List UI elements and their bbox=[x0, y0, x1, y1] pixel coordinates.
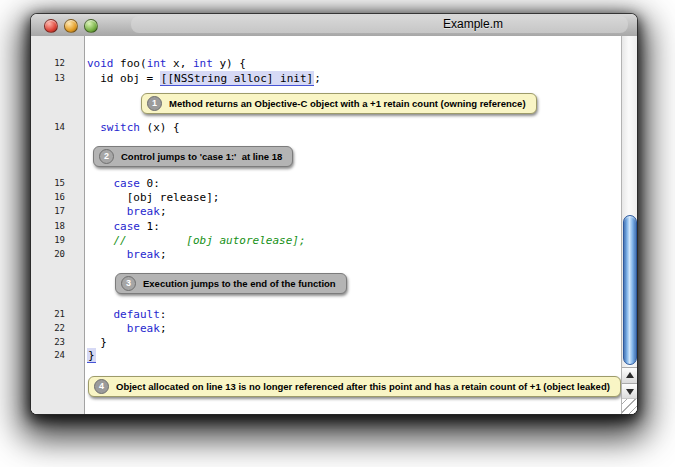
line-number: 18 bbox=[31, 220, 65, 233]
zoom-button[interactable] bbox=[84, 19, 98, 33]
step-badge: 4 bbox=[94, 379, 109, 394]
line-number: 21 bbox=[31, 308, 65, 321]
code-line: // [obj autorelease]; bbox=[87, 233, 306, 248]
analyzer-annotation-1: 1Method returns an Objective-C object wi… bbox=[141, 93, 537, 114]
code-line: switch (x) { bbox=[87, 120, 180, 135]
annotation-text: Control jumps to 'case 1:' at line 18 bbox=[121, 151, 282, 162]
line-number-gutter: 1112131415161718192021222324 bbox=[31, 36, 85, 414]
line-number: 17 bbox=[31, 205, 65, 218]
analyzer-annotation-4: 4Object allocated on line 13 is no longe… bbox=[88, 376, 621, 397]
document-window: Example.m 1112131415161718192021222324 v… bbox=[31, 14, 637, 414]
code-line: default: bbox=[87, 307, 166, 322]
annotation-text: Object allocated on line 13 is no longer… bbox=[116, 381, 610, 392]
code-line: break; bbox=[87, 204, 167, 219]
analyzer-annotation-2: 2Control jumps to 'case 1:' at line 18 bbox=[93, 146, 293, 167]
step-badge: 1 bbox=[147, 96, 162, 111]
step-badge: 2 bbox=[99, 149, 114, 164]
step-badge: 3 bbox=[121, 276, 136, 291]
analyzer-annotation-3: 3Execution jumps to the end of the funct… bbox=[115, 273, 347, 294]
code-line: case 0: bbox=[87, 176, 160, 191]
code-line: [obj release]; bbox=[87, 190, 219, 205]
line-number: 12 bbox=[31, 57, 65, 70]
line-number: 23 bbox=[31, 336, 65, 349]
titlebar-proxy-pill bbox=[131, 16, 628, 33]
annotation-text: Method returns an Objective-C object wit… bbox=[169, 98, 526, 109]
code-line: id obj = [[NSString alloc] init]; bbox=[87, 71, 321, 86]
window-title: Example.m bbox=[443, 17, 503, 31]
code-line: void foo(int x, int y) { bbox=[87, 56, 246, 71]
annotation-text: Execution jumps to the end of the functi… bbox=[143, 278, 336, 289]
close-button[interactable] bbox=[44, 19, 58, 33]
analyzer-highlight: } bbox=[87, 348, 96, 363]
code-line: } bbox=[87, 348, 96, 363]
line-number: 11 bbox=[31, 36, 65, 37]
code-view: 1112131415161718192021222324 void foo(in… bbox=[31, 36, 637, 414]
line-number: 15 bbox=[31, 177, 65, 190]
analyzer-highlight: [[NSString alloc] init] bbox=[160, 71, 314, 86]
line-number: 22 bbox=[31, 322, 65, 335]
scrollbar-thumb[interactable] bbox=[623, 215, 637, 365]
line-number: 16 bbox=[31, 191, 65, 204]
resize-grip[interactable] bbox=[622, 398, 637, 414]
title-bar: Example.m bbox=[31, 14, 637, 37]
line-number: 19 bbox=[31, 234, 65, 247]
minimize-button[interactable] bbox=[64, 19, 78, 33]
vertical-scrollbar[interactable] bbox=[621, 36, 637, 414]
up-arrow-icon bbox=[626, 372, 634, 378]
line-number: 24 bbox=[31, 349, 65, 362]
line-number: 13 bbox=[31, 72, 65, 85]
line-number: 14 bbox=[31, 121, 65, 134]
line-number: 20 bbox=[31, 248, 65, 261]
code-line: break; bbox=[87, 247, 167, 262]
code-line: case 1: bbox=[87, 219, 160, 234]
scroll-down-button[interactable] bbox=[622, 383, 637, 399]
down-arrow-icon bbox=[626, 389, 634, 395]
code-line: break; bbox=[87, 321, 167, 336]
scroll-up-button[interactable] bbox=[622, 367, 637, 383]
